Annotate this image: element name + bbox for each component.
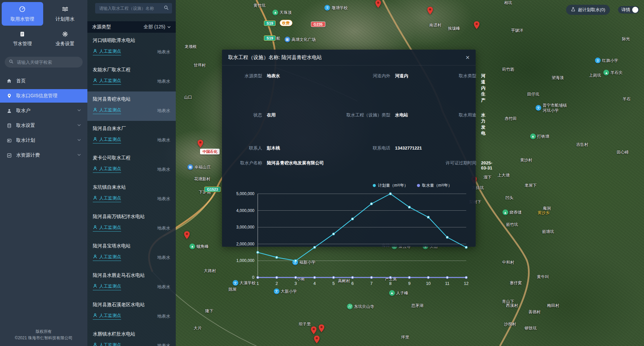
- map-label: 隆下: [205, 309, 213, 314]
- list-item[interactable]: 河口镇唱歌潭水电站人工监测点地表水: [87, 33, 176, 62]
- monitor-tag[interactable]: 人工监测点: [93, 107, 121, 114]
- app-card-计划用水[interactable]: 计划用水: [45, 2, 86, 26]
- sidebar-menu: 首页取水口GIS信息管理取水户取水设置取水计划水资源计费: [0, 74, 87, 325]
- modal-title: 取水工程（设施）名称: 陆河县青硿水电站: [228, 54, 322, 61]
- map-label: 花塘新村: [194, 176, 210, 181]
- chevron-down-icon: [167, 25, 171, 29]
- monitor-tag[interactable]: 人工监测点: [93, 195, 121, 202]
- water-source-label: 地表水: [157, 284, 170, 290]
- list-item[interactable]: 水唇镇水栏肚水电站人工监测点地表水: [87, 326, 176, 346]
- sidebar-item-取水户[interactable]: 取水户: [0, 104, 87, 117]
- billing-icon: [6, 153, 12, 158]
- monitor-tag[interactable]: 人工监测点: [93, 254, 121, 261]
- intake-name: 友能水厂取水工程: [93, 67, 170, 73]
- location-pin-icon: [6, 93, 12, 99]
- intake-search-input[interactable]: [99, 6, 162, 11]
- app-card-节水管理[interactable]: 节水管理: [2, 27, 43, 51]
- svg-text:11: 11: [445, 281, 449, 286]
- user-icon: [6, 108, 12, 113]
- intake-name: 东坑镇自来水站: [93, 184, 170, 190]
- detail-toggle[interactable]: 详情: [618, 6, 639, 14]
- app-card-取用水管理[interactable]: 取用水管理: [2, 2, 43, 26]
- source-type-filter[interactable]: 水源类型 全部 (125): [87, 21, 176, 33]
- list-item[interactable]: 陆河县宝塔水电站人工监测点地表水: [87, 238, 176, 268]
- map-label: 羊石: [622, 97, 631, 102]
- sidebar-item-取水口GIS信息管理[interactable]: 取水口GIS信息管理: [0, 89, 87, 103]
- map-pin[interactable]: [375, 0, 381, 9]
- monitor-tag[interactable]: 人工监测点: [93, 166, 121, 173]
- map-label: 坪里: [401, 335, 409, 340]
- map-label: 前竹坜: [502, 67, 514, 72]
- peak-icon: ▲: [604, 70, 609, 76]
- map-pin[interactable]: [311, 326, 316, 336]
- sidebar-item-水资源计费[interactable]: 水资源计费: [0, 149, 87, 162]
- person-icon: [93, 313, 97, 319]
- monitor-tag[interactable]: 人工监测点: [93, 224, 121, 232]
- road-badge: 收费: [280, 20, 292, 26]
- svg-text:5: 5: [332, 281, 335, 286]
- map-label: 文墩塘学校: [325, 5, 348, 10]
- peak-icon: ▲: [273, 9, 278, 15]
- sidebar-item-取水设置[interactable]: 取水设置: [0, 119, 87, 132]
- map-label: 箭竹坑: [506, 222, 518, 227]
- intake-name: 陆河县南万镇杞洋水电站: [93, 214, 170, 220]
- sidebar-footer: 版权所有 ©2021 珠海市仁智科技有限公司: [0, 325, 87, 346]
- map-pin[interactable]: [197, 140, 203, 149]
- map-label: 寨仔窝: [510, 281, 522, 286]
- monitor-tag[interactable]: 人工监测点: [93, 78, 121, 85]
- map-label: 沙彻村: [504, 322, 516, 327]
- map-label: 西溪村: [506, 303, 518, 308]
- svg-text:8: 8: [389, 281, 392, 286]
- monitor-tag[interactable]: 人工监测点: [93, 48, 121, 55]
- chevron-down-icon: [77, 153, 81, 158]
- monitor-tag[interactable]: 人工监测点: [93, 342, 121, 346]
- map-label: 相坑: [504, 0, 512, 5]
- monitor-tag[interactable]: 人工监测点: [93, 283, 121, 290]
- map-label: 黄牛叫: [537, 274, 549, 280]
- close-icon[interactable]: ×: [466, 54, 470, 61]
- road-badge: G235: [311, 22, 326, 27]
- document-icon: [19, 31, 25, 38]
- person-icon: [93, 137, 97, 142]
- map-label: 文红旗小学: [595, 58, 618, 63]
- sidebar-search-input[interactable]: [16, 59, 79, 65]
- list-item[interactable]: 友能水厂取水工程人工监测点地表水: [87, 62, 176, 91]
- peak-icon: ▲: [530, 133, 536, 139]
- intake-search[interactable]: [95, 3, 172, 14]
- person-icon: [93, 225, 97, 231]
- monitor-tag[interactable]: 人工监测点: [93, 313, 121, 320]
- road-badge: S19: [264, 21, 276, 26]
- map-pin[interactable]: [314, 336, 320, 345]
- map-label: 黄竹坑: [253, 3, 265, 8]
- search-icon[interactable]: [164, 5, 169, 11]
- map-label: 卍东坑尖山寺: [347, 304, 374, 310]
- list-item[interactable]: 陆河县南万镇杞洋水电站人工监测点地表水: [87, 209, 176, 238]
- person-icon: [93, 78, 97, 84]
- person-icon: [93, 195, 97, 201]
- school-icon: 文: [595, 58, 601, 63]
- sidebar: 取用水管理计划用水节水管理业务设置 首页取水口GIS信息管理取水户取水设置取水计…: [0, 0, 87, 346]
- footer-line1: 版权所有: [0, 328, 87, 335]
- map-pin[interactable]: [318, 324, 324, 334]
- map-label: ▲螺角峰: [189, 243, 208, 249]
- sidebar-item-取水计划[interactable]: 取水计划: [0, 134, 87, 147]
- list-item[interactable]: 陆河县自来水厂人工监测点地表水: [87, 121, 176, 150]
- list-item[interactable]: 麦卡公司取水工程人工监测点地表水: [87, 150, 176, 180]
- field-取水用途: 取水用途水力发电: [436, 112, 485, 136]
- list-item[interactable]: 东坑镇自来水站人工监测点地表水: [87, 180, 176, 209]
- map-pin[interactable]: [427, 7, 433, 16]
- map-pin[interactable]: [184, 231, 190, 240]
- water-source-label: 地表水: [157, 255, 170, 261]
- list-item[interactable]: 陆河县水唇走马石水电站人工监测点地表水: [87, 268, 176, 297]
- sidebar-item-首页[interactable]: 首页: [0, 74, 87, 88]
- legend-item[interactable]: 取水量（m³/年）: [417, 183, 452, 188]
- sidebar-search[interactable]: [5, 57, 83, 68]
- list-item[interactable]: 陆河县青硿水电站人工监测点地表水: [87, 91, 176, 121]
- legend-item[interactable]: 计划量（m³/年）: [373, 183, 408, 188]
- list-item[interactable]: 陆河县激石溪老区水电站人工监测点地表水: [87, 297, 176, 326]
- monitor-tag[interactable]: 人工监测点: [93, 136, 121, 143]
- over-plan-button[interactable]: 超计划取水(0): [566, 5, 610, 15]
- map-pin[interactable]: [474, 21, 479, 30]
- svg-text:5,000,000: 5,000,000: [236, 191, 255, 196]
- app-card-业务设置[interactable]: 业务设置: [45, 27, 86, 51]
